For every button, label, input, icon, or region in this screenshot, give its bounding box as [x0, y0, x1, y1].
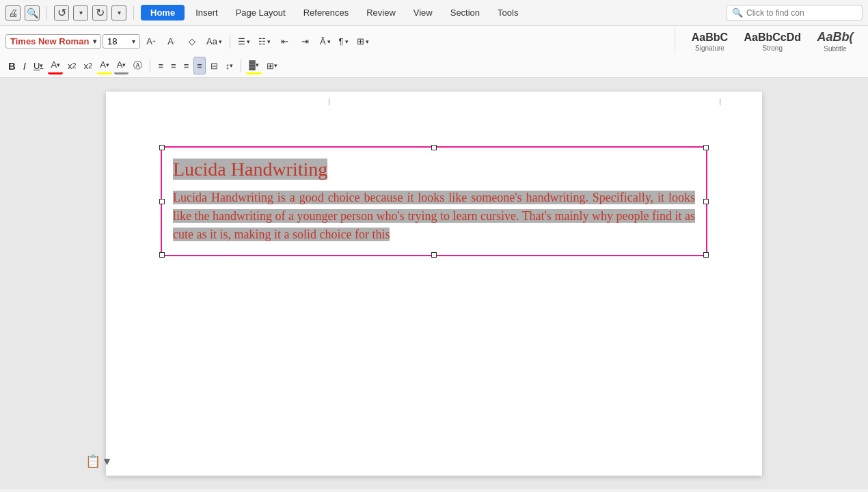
line-spacing-button[interactable]: ↕ ▾ — [223, 57, 236, 74]
font-name-dropdown-icon: ▾ — [93, 38, 96, 45]
home-button[interactable]: Home — [141, 5, 185, 20]
align-left-button[interactable]: ≡ — [155, 57, 166, 74]
undo-dropdown[interactable]: ▾ — [73, 5, 88, 20]
sep4 — [150, 59, 150, 72]
decrease-indent-button[interactable]: ⇤ — [275, 33, 295, 51]
handle-top-left[interactable] — [159, 145, 165, 150]
references-button[interactable]: References — [297, 5, 355, 20]
sort-button[interactable]: Ã▾ — [316, 33, 334, 51]
title-selected-text: Lucida Handwriting — [173, 159, 327, 180]
handle-top-right[interactable] — [703, 145, 709, 150]
font-size-dropdown-icon: ▾ — [132, 38, 135, 45]
bold-button[interactable]: B — [5, 57, 18, 74]
align-right-button[interactable]: ≡ — [181, 57, 192, 74]
handle-top-middle[interactable] — [431, 145, 437, 150]
text-shading-button[interactable]: A ▾ — [114, 57, 129, 74]
handle-left-middle[interactable] — [159, 199, 165, 204]
document-body: Lucida Handwriting is a good choice beca… — [173, 189, 695, 244]
font-color-button[interactable]: A ▾ — [48, 57, 63, 74]
handle-bottom-middle[interactable] — [431, 252, 437, 258]
style-subtitle-label: Subtitle — [824, 45, 846, 53]
increase-font-button[interactable]: A+ — [141, 33, 161, 51]
search-input[interactable] — [746, 8, 856, 18]
paragraph-marks-button[interactable]: ¶▾ — [336, 33, 352, 51]
border-button[interactable]: ⊞▾ — [353, 33, 372, 51]
ruler-mark-right: | — [719, 97, 721, 105]
page: | | Lucida Handwriting Lucida Handwritin… — [106, 92, 762, 476]
handle-bottom-right[interactable] — [703, 252, 709, 258]
numbered-list-button[interactable]: ☷▾ — [255, 33, 274, 51]
section-button[interactable]: Section — [444, 5, 487, 20]
style-strong-label: Strong — [762, 44, 782, 52]
search-bar[interactable]: 🔍 — [726, 5, 863, 20]
fill-color-button[interactable]: ▓ ▾ — [246, 57, 261, 74]
ruler-mark-left: | — [328, 97, 330, 105]
font-case-button[interactable]: Aa ▾ — [203, 33, 226, 51]
font-name-value: Times New Roman — [10, 36, 89, 46]
print-icon[interactable]: 🖨 — [5, 5, 21, 20]
ribbon: Times New Roman ▾ 18 ▾ A+ A- ◇ Aa ▾ ☰▾ ☷… — [0, 26, 868, 78]
paste-icon[interactable]: 📋 ▾ — [85, 454, 110, 469]
style-subtitle-preview: AaBb( — [817, 30, 854, 44]
clear-format-button[interactable]: ◇ — [182, 33, 202, 51]
style-signature[interactable]: AaBbC Signature — [682, 30, 737, 53]
style-subtitle[interactable]: AaBb( Subtitle — [808, 29, 863, 54]
style-strong-preview: AaBbCcDd — [744, 31, 801, 44]
undo-icon[interactable]: ↺ — [54, 5, 69, 20]
body-selected-text: Lucida Handwriting is a good choice beca… — [173, 191, 695, 241]
styles-panel: AaBbC Signature AaBbCcDd Strong AaBb( Su… — [675, 29, 863, 54]
style-signature-preview: AaBbC — [692, 31, 728, 44]
italic-button[interactable]: I — [21, 57, 29, 74]
handle-bottom-left[interactable] — [159, 252, 165, 258]
font-size-value: 18 — [107, 36, 117, 46]
top-bar: 🖨 🔍 ↺ ▾ ↻ ▾ Home Insert Page Layout Refe… — [0, 0, 868, 26]
sep3 — [230, 35, 230, 49]
superscript-button[interactable]: x2 — [65, 57, 79, 74]
style-strong[interactable]: AaBbCcDd Strong — [740, 30, 805, 53]
bullet-list-button[interactable]: ☰▾ — [234, 33, 254, 51]
text-border-button[interactable]: Ⓐ — [131, 57, 145, 74]
align-center-button[interactable]: ≡ — [168, 57, 179, 74]
handle-right-middle[interactable] — [703, 199, 709, 204]
document-title: Lucida Handwriting — [173, 159, 695, 180]
redo-dropdown[interactable]: ▾ — [111, 5, 126, 20]
underline-button[interactable]: U ▾ — [31, 57, 46, 74]
font-size-selector[interactable]: 18 ▾ — [103, 34, 140, 49]
text-highlight-button[interactable]: A ▾ — [97, 57, 112, 74]
increase-indent-button[interactable]: ⇥ — [296, 33, 315, 51]
table-align-button[interactable]: ⊟ — [208, 57, 221, 74]
align-justify-button[interactable]: ≡ — [193, 57, 206, 74]
ribbon-row1: Times New Roman ▾ 18 ▾ A+ A- ◇ Aa ▾ ☰▾ ☷… — [5, 29, 863, 57]
review-button[interactable]: Review — [360, 5, 403, 20]
search-magnifier-icon: 🔍 — [732, 8, 743, 18]
subscript-button[interactable]: x2 — [81, 57, 96, 74]
redo-icon[interactable]: ↻ — [92, 5, 107, 20]
borders-button[interactable]: ⊞ ▾ — [264, 57, 280, 74]
page-layout-button[interactable]: Page Layout — [229, 5, 293, 20]
separator2 — [133, 6, 134, 20]
ribbon-row2: B I U ▾ A ▾ x2 x2 A ▾ A ▾ Ⓐ ≡ ≡ ≡ ≡ ⊟ ↕ … — [5, 57, 863, 77]
decrease-font-button[interactable]: A- — [162, 33, 181, 51]
document-area: | | Lucida Handwriting Lucida Handwritin… — [0, 78, 868, 489]
separator — [46, 6, 47, 20]
sep5 — [241, 59, 241, 72]
search-icon[interactable]: 🔍 — [25, 5, 40, 20]
tools-button[interactable]: Tools — [491, 5, 525, 20]
font-name-selector[interactable]: Times New Roman ▾ — [5, 34, 101, 49]
view-button[interactable]: View — [407, 5, 439, 20]
insert-button[interactable]: Insert — [189, 5, 225, 20]
style-signature-label: Signature — [695, 44, 724, 52]
text-box[interactable]: Lucida Handwriting Lucida Handwriting is… — [161, 146, 707, 256]
